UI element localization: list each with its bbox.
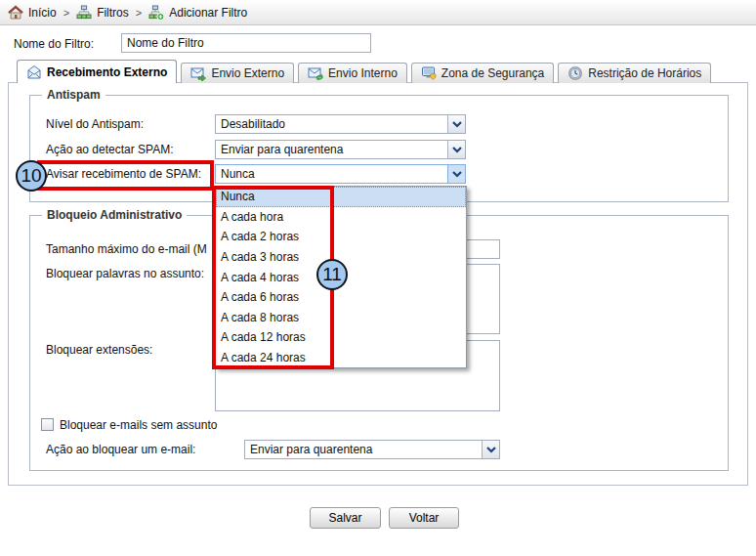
block-no-subject-checkbox[interactable] <box>41 418 54 431</box>
dropdown-option[interactable]: Nunca <box>216 187 466 207</box>
mail-internal-icon <box>308 65 323 81</box>
breadcrumb-separator: > <box>134 7 144 19</box>
tab-envio-externo[interactable]: Envio Externo <box>181 63 294 83</box>
save-button[interactable]: Salvar <box>310 507 381 529</box>
dropdown-option[interactable]: A cada 6 horas <box>216 287 466 308</box>
block-action-label: Ação ao bloquear um e-mail: <box>46 440 195 459</box>
chevron-down-icon[interactable] <box>447 165 465 183</box>
dropdown-option[interactable]: A cada 4 horas <box>216 267 466 287</box>
antispam-level-value: Desabilitado <box>216 115 447 133</box>
antispam-level-label: Nível do Antispam: <box>46 114 144 134</box>
dropdown-option[interactable]: A cada hora <box>216 207 466 228</box>
breadcrumb-item-filtros[interactable]: Filtros <box>97 6 129 20</box>
tab-zona-de-seguranca[interactable]: Zona de Segurança <box>411 63 554 83</box>
dropdown-option[interactable]: A cada 12 horas <box>216 327 466 348</box>
spam-notify-dropdown-list: Nunca A cada hora A cada 2 horas A cada … <box>215 186 467 368</box>
sitemap-icon <box>76 5 92 21</box>
tab-label: Envio Interno <box>328 66 398 80</box>
spam-notify-label: Avisar recebimento de SPAM: <box>46 164 201 184</box>
mail-open-icon <box>26 64 42 80</box>
tab-envio-interno[interactable]: Envio Interno <box>298 63 407 83</box>
chevron-down-icon[interactable] <box>482 441 499 458</box>
tab-label: Envio Externo <box>211 66 284 80</box>
back-button[interactable]: Voltar <box>389 507 459 529</box>
spam-notify-combobox[interactable]: Nunca <box>215 164 466 184</box>
antispam-level-combobox[interactable]: Desabilitado <box>215 114 466 134</box>
sitemap-add-icon <box>148 5 164 21</box>
breadcrumb-item-adicionar-filtro[interactable]: Adicionar Filtro <box>169 6 247 20</box>
breadcrumb-item-inicio[interactable]: Início <box>28 6 57 20</box>
dropdown-option[interactable]: A cada 3 horas <box>216 247 466 268</box>
mail-send-icon <box>190 65 206 81</box>
clock-icon <box>567 65 583 81</box>
max-size-label: Tamanho máximo do e-mail (M <box>46 239 207 259</box>
spam-action-value: Enviar para quarentena <box>216 141 447 158</box>
spam-notify-value: Nunca <box>216 165 447 183</box>
filter-name-label: Nome do Filtro: <box>14 35 94 53</box>
home-icon <box>8 5 23 21</box>
tab-recebimento-externo[interactable]: Recebimento Externo <box>17 60 177 83</box>
security-zone-icon <box>421 65 437 81</box>
chevron-down-icon[interactable] <box>447 141 465 158</box>
chevron-down-icon[interactable] <box>447 115 465 133</box>
filter-name-input[interactable] <box>121 33 371 53</box>
spam-action-combobox[interactable]: Enviar para quarentena <box>215 140 466 159</box>
breadcrumb-separator: > <box>62 7 71 19</box>
dropdown-option[interactable]: A cada 24 horas <box>216 348 466 368</box>
block-no-subject-label: Bloquear e-mails sem assunto <box>60 415 217 435</box>
spam-action-label: Ação ao detectar SPAM: <box>46 140 174 159</box>
add-filter-page: Início > Filtros > Adicionar Filtro Nome… <box>0 0 756 556</box>
tab-label: Recebimento Externo <box>47 65 167 79</box>
breadcrumb: Início > Filtros > Adicionar Filtro <box>0 0 756 25</box>
admin-block-legend: Bloqueio Administrativo <box>42 208 187 222</box>
tab-restricao-de-horarios[interactable]: Restrição de Horários <box>558 63 711 83</box>
tab-bar: Recebimento Externo Envio Externo Envio … <box>17 60 715 83</box>
dropdown-option[interactable]: A cada 8 horas <box>216 307 466 327</box>
tab-label: Restrição de Horários <box>588 66 701 80</box>
dropdown-option[interactable]: A cada 2 horas <box>216 227 466 247</box>
block-subject-words-label: Bloquear palavras no assunto: <box>46 264 204 283</box>
tab-label: Zona de Segurança <box>441 66 544 80</box>
antispam-legend: Antispam <box>42 88 105 102</box>
block-extensions-label: Bloquear extensões: <box>46 340 152 360</box>
block-action-combobox[interactable]: Enviar para quarentena <box>244 440 500 459</box>
block-action-value: Enviar para quarentena <box>245 441 482 458</box>
